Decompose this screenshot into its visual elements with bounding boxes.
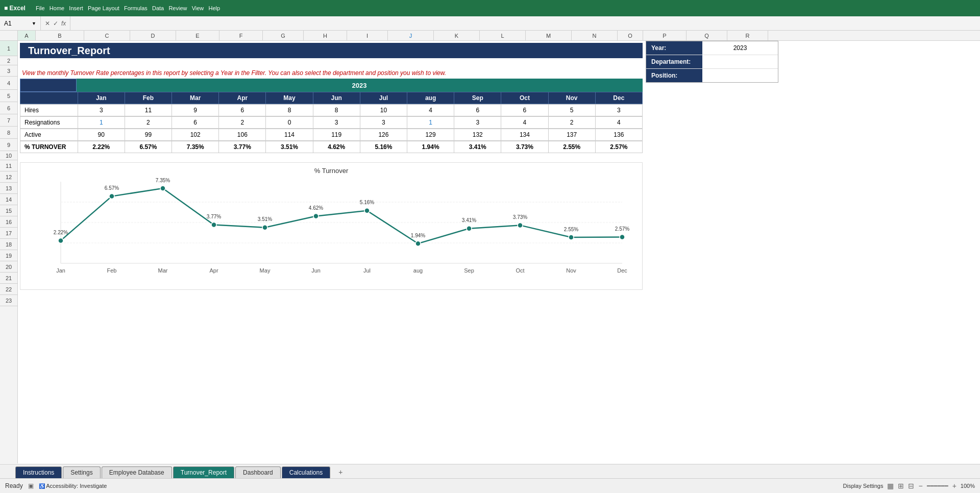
tab-instructions[interactable]: Instructions [15,466,62,478]
svg-text:Jan: Jan [56,267,65,274]
page-layout-icon[interactable]: ⊞ [898,482,904,490]
formula-icon[interactable]: fx [61,20,66,27]
active-apr: 106 [219,129,266,141]
svg-text:7.35%: 7.35% [156,178,170,183]
svg-point-9 [262,225,267,230]
hires-feb: 11 [125,105,172,116]
report-title: Turnover_Report [28,45,110,57]
row-num-19: 19 [0,250,17,261]
svg-text:Oct: Oct [516,267,524,274]
row-num-8: 8 [0,127,17,139]
col-header-K: K [434,31,480,40]
resig-oct: 4 [501,117,548,129]
col-header-M: M [526,31,572,40]
tab-dashboard[interactable]: Dashboard [235,466,281,478]
chart-container: % Turnover [20,162,643,290]
active-feb: 99 [125,129,172,141]
col-header-N: N [572,31,618,40]
description-text: View the monthly Turnover Rate percentag… [20,69,448,77]
resig-apr: 2 [219,117,266,129]
svg-text:Feb: Feb [107,267,117,274]
hires-nov: 5 [548,105,595,116]
svg-point-10 [313,214,318,219]
row-num-4: 4 [0,77,17,90]
zoom-in-icon[interactable]: + [952,482,957,490]
row-num-20: 20 [0,261,17,273]
cancel-icon[interactable]: ✕ [45,20,50,27]
resig-nov: 2 [548,117,595,129]
turnover-dec: 2.57% [595,141,642,153]
resig-mar: 6 [172,117,219,129]
year-header: 2023 [77,79,643,92]
resig-dec: 4 [595,117,642,129]
turnover-mar: 7.35% [172,141,219,153]
hires-label: Hires [20,105,78,116]
svg-text:Sep: Sep [464,267,474,274]
hires-apr: 6 [219,105,266,116]
col-header-F: F [219,31,263,40]
svg-text:6.57%: 6.57% [105,185,119,191]
page-break-icon[interactable]: ⊟ [908,482,914,490]
pos-filter-value[interactable] [702,69,778,82]
turnover-nov: 2.55% [548,141,595,153]
row-num-3: 3 [0,65,17,77]
tab-turnover-report[interactable]: Turnover_Report [173,466,234,478]
row-num-11: 11 [0,160,17,171]
row-num-22: 22 [0,284,17,295]
turnover-aug: 1.94% [407,141,454,153]
svg-text:2.57%: 2.57% [615,226,629,232]
col-header-H: H [304,31,347,40]
dept-filter-value[interactable] [702,55,778,68]
tab-employee-database[interactable]: Employee Database [102,466,172,478]
active-oct: 134 [501,129,548,141]
month-header-mar: Mar [172,92,219,104]
year-filter-value[interactable]: 2023 [702,41,778,55]
svg-text:3.73%: 3.73% [513,214,527,220]
zoom-level: 100% [961,483,975,489]
col-header-C: C [84,31,130,40]
filter-panel: Year: 2023 Departament: Position: [646,41,778,83]
col-header-B: B [36,31,84,40]
turnover-jul: 5.16% [360,141,407,153]
svg-point-6 [109,194,114,199]
tab-settings[interactable]: Settings [63,466,100,478]
resig-jun: 3 [313,117,360,129]
accessibility-text[interactable]: ♿ Accessibility: Investigate [39,483,107,489]
row-num-17: 17 [0,228,17,239]
active-jul: 126 [360,129,407,141]
svg-point-13 [467,226,472,231]
row-num-6: 6 [0,102,17,114]
normal-view-icon[interactable]: ▦ [887,482,894,490]
active-jan: 90 [78,129,125,141]
svg-point-11 [364,208,370,213]
active-mar: 102 [172,129,219,141]
hires-sep: 6 [454,105,501,116]
dept-filter-label: Departament: [646,55,702,68]
svg-text:4.62%: 4.62% [309,205,323,211]
col-header-D: D [130,31,176,40]
name-box[interactable]: A1 ▼ [0,16,41,30]
svg-text:3.77%: 3.77% [207,214,221,219]
zoom-slider[interactable]: ━━━━━━ [927,483,948,489]
zoom-out-icon[interactable]: − [918,482,922,490]
svg-text:5.16%: 5.16% [360,200,374,205]
row-num-13: 13 [0,183,17,194]
svg-text:May: May [260,267,271,274]
pos-filter-label: Position: [646,69,702,82]
tab-calculations[interactable]: Calculations [282,466,330,478]
month-header-aug: aug [407,92,454,104]
year-filter-label: Year: [646,41,702,55]
turnover-sep: 3.41% [454,141,501,153]
add-sheet-button[interactable]: + [333,466,348,478]
active-aug: 129 [407,129,454,141]
hires-mar: 9 [172,105,219,116]
confirm-icon[interactable]: ✓ [53,20,58,27]
row-num-1: 1 [0,41,17,56]
month-header-dec: Dec [595,92,642,104]
turnover-feb: 6.57% [125,141,172,153]
display-settings[interactable]: Display Settings [843,483,884,489]
svg-point-12 [415,241,421,246]
col-header-P: P [643,31,687,40]
active-jun: 119 [313,129,360,141]
col-header-A: A [18,31,36,40]
